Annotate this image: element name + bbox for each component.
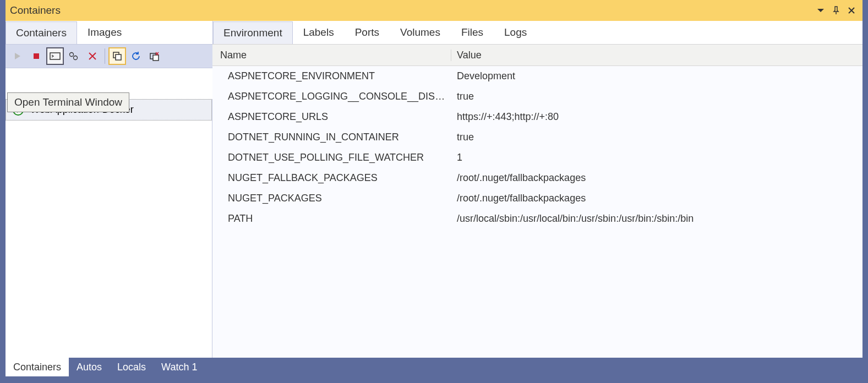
tab-label: Ports	[355, 26, 379, 38]
panel-title: Containers	[10, 4, 812, 17]
env-row[interactable]: ASPNETCORE_URLShttps://+:443;http://+:80	[212, 107, 862, 127]
tab-label: Environment	[223, 27, 282, 39]
left-panel: Containers Images	[6, 21, 212, 358]
svg-point-3	[74, 56, 78, 60]
pin-icon[interactable]	[829, 4, 843, 17]
bottom-tabs: Containers Autos Locals Watch 1	[6, 358, 862, 376]
tab-logs[interactable]: Logs	[494, 21, 537, 44]
right-panel: Environment Labels Ports Volumes Files L…	[212, 21, 862, 358]
toolbar-separator	[105, 48, 105, 64]
tooltip: Open Terminal Window	[7, 92, 129, 112]
grid-header: Name Value	[212, 44, 862, 66]
env-row[interactable]: NUGET_PACKAGES/root/.nuget/fallbackpacka…	[212, 188, 862, 209]
tab-volumes[interactable]: Volumes	[390, 21, 451, 44]
tab-label: Autos	[77, 362, 102, 373]
tab-label: Containers	[13, 362, 61, 373]
bottom-tab-containers[interactable]: Containers	[6, 358, 69, 376]
col-header-value[interactable]: Value	[451, 50, 850, 61]
env-value: Development	[451, 70, 862, 82]
env-row[interactable]: ASPNETCORE_LOGGING__CONSOLE__DISA…true	[212, 86, 862, 107]
env-row[interactable]: NUGET_FALLBACK_PACKAGES/root/.nuget/fall…	[212, 168, 862, 188]
bottom-tab-locals[interactable]: Locals	[110, 358, 154, 376]
env-name: PATH	[212, 213, 451, 225]
tab-label: Logs	[504, 26, 527, 38]
tab-images[interactable]: Images	[77, 21, 132, 44]
env-value: true	[451, 91, 862, 102]
stop-button[interactable]	[28, 47, 45, 65]
settings-button[interactable]	[65, 47, 83, 65]
main-area: Containers Images	[6, 21, 862, 358]
svg-rect-7	[153, 55, 159, 61]
env-value: https://+:443;http://+:80	[451, 111, 862, 123]
tab-label: Images	[88, 26, 122, 38]
tab-label: Containers	[16, 27, 67, 39]
env-row[interactable]: DOTNET_RUNNING_IN_CONTAINERtrue	[212, 127, 862, 147]
env-name: DOTNET_RUNNING_IN_CONTAINER	[212, 132, 451, 143]
close-icon[interactable]	[845, 4, 858, 17]
tab-labels[interactable]: Labels	[293, 21, 345, 44]
env-value: true	[451, 132, 862, 143]
env-name: ASPNETCORE_URLS	[212, 111, 451, 123]
tab-files[interactable]: Files	[451, 21, 494, 44]
env-value: /root/.nuget/fallbackpackages	[451, 172, 862, 184]
left-tabs: Containers Images	[6, 21, 212, 44]
env-row[interactable]: DOTNET_USE_POLLING_FILE_WATCHER1	[212, 147, 862, 168]
env-row[interactable]: PATH/usr/local/sbin:/usr/local/bin:/usr/…	[212, 209, 862, 229]
terminal-button[interactable]	[46, 47, 64, 65]
container-list: WebApplication-Docker	[6, 99, 212, 358]
env-row[interactable]: ASPNETCORE_ENVIRONMENTDevelopment	[212, 66, 862, 86]
svg-point-2	[70, 53, 74, 57]
svg-rect-1	[50, 53, 60, 59]
env-value: /usr/local/sbin:/usr/local/bin:/usr/sbin…	[451, 213, 862, 225]
window-options-icon[interactable]	[814, 4, 827, 17]
prune-button[interactable]	[146, 47, 163, 65]
start-button[interactable]	[9, 47, 26, 65]
col-header-name[interactable]: Name	[212, 50, 451, 61]
svg-rect-5	[116, 54, 121, 60]
tab-label: Locals	[117, 362, 146, 373]
env-name: NUGET_PACKAGES	[212, 193, 451, 204]
env-name: ASPNETCORE_LOGGING__CONSOLE__DISA…	[212, 91, 451, 102]
titlebar: Containers	[6, 0, 862, 21]
env-value: /root/.nuget/fallbackpackages	[451, 193, 862, 204]
grid-body: ASPNETCORE_ENVIRONMENTDevelopmentASPNETC…	[212, 66, 862, 358]
tab-label: Labels	[303, 26, 334, 38]
tab-containers[interactable]: Containers	[6, 21, 77, 44]
tab-ports[interactable]: Ports	[345, 21, 390, 44]
copy-button[interactable]	[108, 47, 126, 65]
tooltip-text: Open Terminal Window	[14, 96, 122, 108]
bottom-tab-autos[interactable]: Autos	[69, 358, 110, 376]
detail-tabs: Environment Labels Ports Volumes Files L…	[212, 21, 862, 44]
tab-label: Watch 1	[161, 362, 197, 373]
env-value: 1	[451, 152, 862, 163]
delete-button[interactable]	[84, 47, 101, 65]
tab-label: Volumes	[400, 26, 440, 38]
svg-rect-0	[34, 53, 39, 59]
env-name: NUGET_FALLBACK_PACKAGES	[212, 172, 451, 184]
tab-label: Files	[461, 26, 483, 38]
refresh-button[interactable]	[127, 47, 145, 65]
bottom-tab-watch1[interactable]: Watch 1	[154, 358, 205, 376]
env-name: ASPNETCORE_ENVIRONMENT	[212, 70, 451, 82]
tab-environment[interactable]: Environment	[213, 21, 293, 44]
toolbar	[6, 44, 212, 68]
env-name: DOTNET_USE_POLLING_FILE_WATCHER	[212, 152, 451, 163]
